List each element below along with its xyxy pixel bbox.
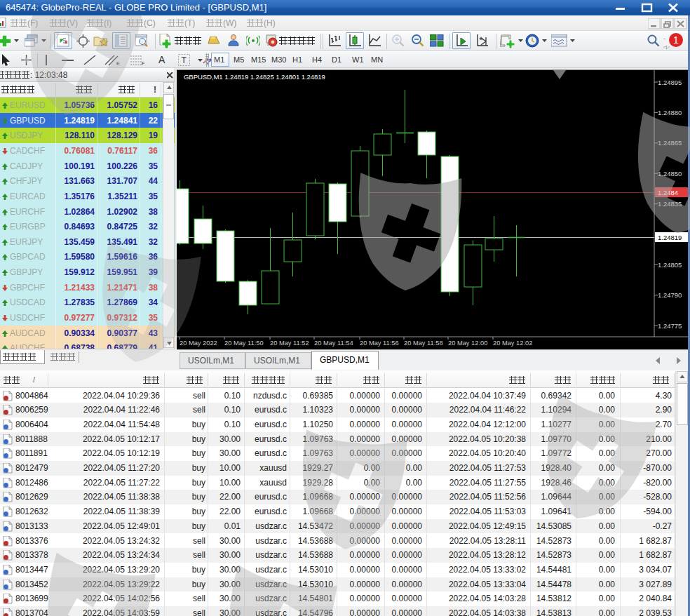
svg-text:20 May 12:02: 20 May 12:02 [493,340,532,347]
svg-text:20 May 11:50: 20 May 11:50 [224,340,264,347]
svg-text:T: T [182,55,187,65]
svg-text:20 May 12:00: 20 May 12:00 [448,340,487,347]
svg-text:20 May 11:54: 20 May 11:54 [314,340,353,347]
svg-text:1: 1 [673,34,679,46]
svg-text:1.24850: 1.24850 [658,170,682,178]
svg-text:20 May 11:52: 20 May 11:52 [270,340,309,347]
svg-text:1.24819: 1.24819 [658,234,682,241]
svg-text:20 May 11:56: 20 May 11:56 [360,340,399,347]
svg-text:20 May 11:58: 20 May 11:58 [404,340,443,347]
svg-text:1.24835: 1.24835 [658,200,682,208]
svg-text:1.24805: 1.24805 [658,261,682,269]
svg-text:1.24775: 1.24775 [658,322,682,330]
svg-text:F: F [142,61,144,66]
svg-text:GBPUSD,M1 1.24819 1.24825 1.2: GBPUSD,M1 1.24819 1.24825 1.24801 1.2481… [184,73,325,81]
svg-text:1.24880: 1.24880 [658,109,682,116]
svg-text:E: E [116,61,120,66]
svg-text:1.24895: 1.24895 [658,79,682,86]
svg-text:20 May 2022: 20 May 2022 [180,340,217,347]
svg-text:1.24865: 1.24865 [658,139,682,147]
svg-text:1.24790: 1.24790 [658,291,682,299]
svg-text:1.2484: 1.2484 [658,189,678,196]
